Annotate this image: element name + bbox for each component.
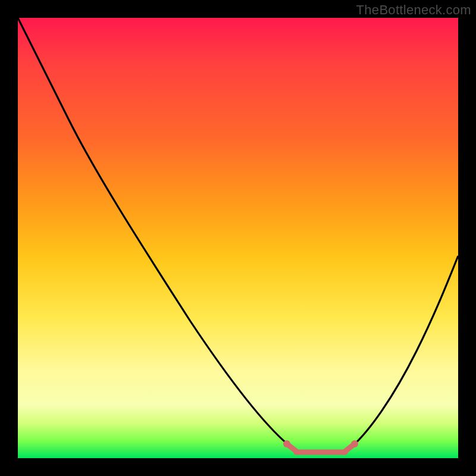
svg-point-4 — [351, 440, 358, 447]
svg-point-3 — [283, 440, 290, 447]
bottleneck-curve — [18, 18, 458, 458]
curve-path — [18, 18, 458, 452]
chart-frame: TheBottleneck.com — [0, 0, 476, 476]
watermark-text: TheBottleneck.com — [356, 2, 471, 18]
flat-valley-segment — [283, 440, 358, 452]
plot-area — [18, 18, 458, 458]
